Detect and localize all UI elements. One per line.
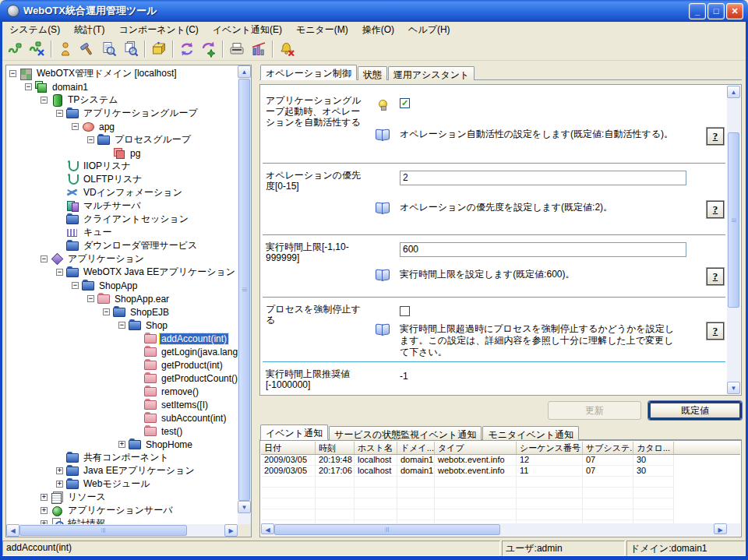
column-header[interactable]: サブシステ... bbox=[583, 442, 633, 454]
scroll-down-button[interactable]: ▼ bbox=[727, 382, 740, 394]
default-value-button[interactable]: 既定値 bbox=[648, 401, 742, 420]
tree-item[interactable]: −ShopApp.ear bbox=[6, 292, 238, 305]
tree-item[interactable]: −WebOTX Java EEアプリケーション bbox=[6, 266, 238, 279]
collapse-box[interactable]: − bbox=[72, 282, 79, 289]
collapse-box[interactable]: − bbox=[87, 136, 94, 143]
tree-item[interactable]: ダウンローダ管理サービス bbox=[6, 239, 238, 252]
tree-item[interactable]: getProduct(int) bbox=[6, 358, 238, 372]
tree-item[interactable]: −プロセスグループ bbox=[6, 133, 238, 146]
tree-item[interactable]: −apg bbox=[6, 120, 238, 133]
close-button[interactable]: ✕ bbox=[726, 3, 743, 19]
menu-item[interactable]: 統計(T) bbox=[67, 22, 111, 38]
view-config-icon[interactable] bbox=[99, 39, 119, 59]
column-header[interactable]: 時刻 bbox=[316, 442, 355, 454]
tree-item[interactable]: addAccount(int) bbox=[6, 332, 238, 345]
column-header[interactable]: タイプ bbox=[435, 442, 517, 454]
column-header[interactable]: カタロ... bbox=[633, 442, 674, 454]
collapse-box[interactable]: − bbox=[56, 269, 63, 276]
tree-item[interactable]: getProductCount() bbox=[6, 372, 238, 385]
collapse-box[interactable]: − bbox=[118, 322, 125, 329]
chart-icon[interactable] bbox=[249, 39, 269, 59]
tree-item[interactable]: +ShopHome bbox=[6, 438, 238, 451]
build-icon[interactable] bbox=[77, 39, 97, 59]
scroll-right-button[interactable]: ▶ bbox=[714, 523, 727, 534]
journal-icon[interactable] bbox=[227, 39, 247, 59]
collapse-box[interactable]: − bbox=[41, 255, 48, 262]
tree-item[interactable]: −Shop bbox=[6, 319, 238, 332]
title-bar[interactable]: WebOTX統合運用管理ツール _ □ ✕ bbox=[0, 0, 748, 22]
disconnect-icon[interactable] bbox=[27, 39, 48, 59]
scroll-up-button[interactable]: ▲ bbox=[238, 65, 251, 78]
scroll-right-button[interactable]: ▶ bbox=[224, 524, 238, 537]
tree-vertical-scrollbar[interactable]: ▲ ▼ bbox=[238, 65, 251, 524]
tree-item[interactable]: +リソース bbox=[6, 491, 238, 504]
table-row[interactable]: 2009/03/0520:19:48localhostdomain1webotx… bbox=[261, 455, 740, 466]
tree-item[interactable]: setItems([I) bbox=[6, 398, 238, 411]
collapse-box[interactable]: − bbox=[103, 308, 110, 315]
collapse-box[interactable]: − bbox=[72, 123, 79, 130]
event-tab[interactable]: サービスの状態監視イベント通知 bbox=[329, 426, 482, 440]
tree-item[interactable]: −アプリケーション bbox=[6, 252, 238, 266]
scrollbar-thumb[interactable] bbox=[728, 132, 739, 308]
value-input[interactable] bbox=[400, 171, 686, 185]
refresh-monitor-icon[interactable] bbox=[199, 39, 219, 59]
start-icon[interactable] bbox=[55, 39, 76, 59]
tree-item[interactable]: −ShopApp bbox=[6, 279, 238, 292]
maximize-button[interactable]: □ bbox=[707, 3, 725, 19]
tree-item[interactable]: −ShopEJB bbox=[6, 305, 238, 319]
column-header[interactable]: シーケンス番号 bbox=[517, 442, 583, 454]
collapse-box[interactable]: − bbox=[9, 70, 16, 77]
form-vertical-scrollbar[interactable]: ▲ ▼ bbox=[727, 86, 740, 394]
help-button[interactable]: ? bbox=[707, 322, 724, 340]
operation-tab[interactable]: 状態 bbox=[358, 66, 387, 80]
table-row[interactable]: 2009/03/0520:17:06localhostdomain1webotx… bbox=[261, 466, 740, 477]
menu-item[interactable]: コンポーネント(C) bbox=[111, 22, 205, 38]
menu-item[interactable]: イベント通知(E) bbox=[206, 22, 289, 38]
scrollbar-thumb[interactable] bbox=[274, 524, 500, 535]
tree-horizontal-scrollbar[interactable]: ◀ ▶ bbox=[6, 524, 238, 537]
tree-item[interactable]: −WebOTX管理ドメイン [localhost] bbox=[6, 67, 238, 80]
refresh-event-icon[interactable] bbox=[177, 39, 197, 59]
scroll-down-button[interactable]: ▼ bbox=[238, 501, 251, 513]
tree-item[interactable]: −domain1 bbox=[6, 80, 238, 93]
connect-icon[interactable] bbox=[5, 39, 26, 59]
expand-box[interactable]: + bbox=[56, 481, 63, 488]
table-horizontal-scrollbar[interactable]: ◀ ▶ bbox=[261, 523, 727, 536]
tree-item[interactable]: +Webモジュール bbox=[6, 477, 238, 491]
column-header[interactable]: ドメイ... bbox=[397, 442, 435, 454]
tree-item[interactable]: −アプリケーショングループ bbox=[6, 107, 238, 120]
tree-item[interactable]: VDインフォメーション bbox=[6, 186, 238, 199]
tree-item[interactable]: remove() bbox=[6, 385, 238, 398]
operation-tab[interactable]: 運用アシスタント bbox=[388, 66, 475, 80]
update-button[interactable]: 更新 bbox=[548, 401, 641, 420]
menu-item[interactable]: モニター(M) bbox=[289, 22, 355, 38]
column-header[interactable]: 日付 bbox=[261, 442, 316, 454]
collapse-box[interactable]: − bbox=[41, 97, 48, 104]
alarm-clear-icon[interactable] bbox=[277, 39, 297, 59]
checkbox[interactable]: ✓ bbox=[400, 98, 410, 108]
tree-item[interactable]: キュー bbox=[6, 226, 238, 239]
help-button[interactable]: ? bbox=[707, 201, 724, 218]
scrollbar-thumb[interactable] bbox=[19, 525, 187, 536]
event-tab[interactable]: モニタイベント通知 bbox=[482, 426, 579, 440]
expand-box[interactable]: + bbox=[118, 441, 125, 448]
tree-item[interactable]: クライアントセッション bbox=[6, 213, 238, 226]
menu-item[interactable]: 操作(O) bbox=[355, 22, 401, 38]
expand-box[interactable]: + bbox=[41, 507, 48, 514]
tree-item[interactable]: マルチサーバ bbox=[6, 199, 238, 213]
tree-item[interactable]: −TPシステム bbox=[6, 93, 238, 107]
menu-item[interactable]: ヘルプ(H) bbox=[401, 22, 457, 38]
collapse-box[interactable]: − bbox=[87, 295, 94, 302]
expand-box[interactable]: + bbox=[56, 467, 63, 474]
tree-item[interactable]: +Java EEアプリケーション bbox=[6, 464, 238, 477]
tree-item[interactable]: subAccount(int) bbox=[6, 411, 238, 424]
tree-item[interactable]: pg bbox=[6, 146, 238, 160]
value-input[interactable] bbox=[400, 242, 686, 257]
menu-item[interactable]: システム(S) bbox=[2, 22, 67, 38]
tree-item[interactable]: test() bbox=[6, 424, 238, 438]
event-tab[interactable]: イベント通知 bbox=[260, 424, 328, 440]
tree-item[interactable]: 共有コンポーネント bbox=[6, 451, 238, 464]
tree-item[interactable]: getLogin(java.lang.S bbox=[6, 345, 238, 358]
help-button[interactable]: ? bbox=[707, 268, 724, 285]
tree-item[interactable]: OLFTPリスナ bbox=[6, 173, 238, 186]
